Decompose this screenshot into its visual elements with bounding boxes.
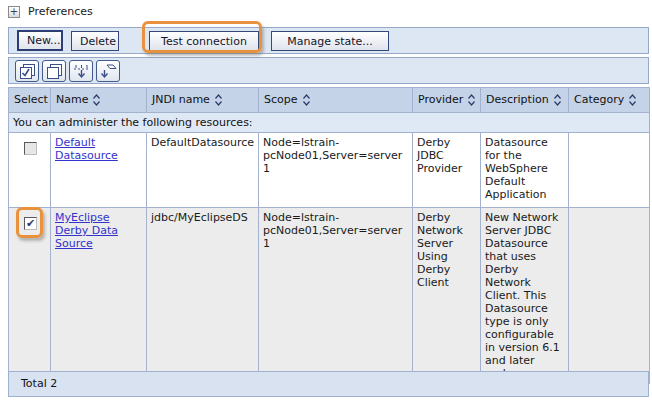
clear-filter-icon[interactable] [96, 60, 120, 82]
row-checkbox[interactable] [24, 142, 37, 155]
sort-toggle-icon[interactable] [214, 93, 223, 107]
cell-provider: Derby JDBC Provider [413, 133, 481, 208]
cell-description: New Network Server JDBC Datasource that … [481, 208, 569, 384]
preferences-label: Preferences [28, 5, 93, 18]
cell-name: MyEclipse Derby Data Source [51, 208, 147, 384]
sort-toggle-icon[interactable] [92, 93, 101, 107]
cell-select: ✔ [9, 208, 51, 384]
cell-description: Datasource for the WebSphere Default App… [481, 133, 569, 208]
select-all-icon[interactable] [15, 60, 39, 82]
expand-plus-icon[interactable]: + [8, 6, 20, 18]
table-row: Default Datasource DefaultDatasource Nod… [9, 133, 650, 208]
sort-toggle-icon[interactable] [628, 93, 637, 107]
action-button-toolbar: New... Delete Test connection Manage sta… [8, 27, 649, 54]
table-caption: You can administer the following resourc… [9, 113, 650, 133]
datasources-preferences-panel: + Preferences New... Delete Test connect… [0, 0, 652, 402]
cell-name: Default Datasource [51, 133, 147, 208]
new-button[interactable]: New... [17, 30, 63, 51]
table-row: ✔ MyEclipse Derby Data Source jdbc/MyEcl… [9, 208, 650, 384]
column-header-provider: Provider [413, 88, 481, 113]
column-label: JNDI name [152, 93, 210, 106]
delete-button[interactable]: Delete [71, 31, 119, 51]
column-header-description: Description [481, 88, 569, 113]
manage-state-button[interactable]: Manage state... [271, 31, 389, 51]
cell-select [9, 133, 51, 208]
table-footer: Total 2 [8, 371, 649, 397]
datasource-link[interactable]: MyEclipse Derby Data Source [55, 211, 118, 250]
column-label: Scope [264, 93, 298, 106]
sort-toggle-icon[interactable] [467, 93, 476, 107]
table-icon-toolbar [8, 57, 649, 84]
cell-scope: Node=lstrain-pcNode01,Server=server1 [259, 133, 413, 208]
cell-jndi-name: DefaultDatasource [147, 133, 259, 208]
column-label: Name [56, 93, 88, 106]
column-label: Category [574, 93, 624, 106]
column-header-jndi-name: JNDI name [147, 88, 259, 113]
cell-provider: Derby Network Server Using Derby Client [413, 208, 481, 384]
sort-toggle-icon[interactable] [302, 93, 311, 107]
column-label: Provider [418, 93, 463, 106]
show-filter-row-icon[interactable] [69, 60, 93, 82]
datasource-link[interactable]: Default Datasource [55, 136, 118, 162]
row-checkbox[interactable]: ✔ [24, 217, 37, 230]
cell-scope: Node=lstrain-pcNode01,Server=server1 [259, 208, 413, 384]
sort-toggle-icon[interactable] [553, 93, 562, 107]
column-label: Select [14, 93, 48, 106]
column-header-select: Select [9, 88, 51, 113]
test-connection-button[interactable]: Test connection [149, 31, 259, 51]
table-header-row: Select Name JNDI name Scope Provider Des… [9, 88, 650, 113]
table-caption-row: You can administer the following resourc… [9, 113, 650, 133]
cell-jndi-name: jdbc/MyEclipseDS [147, 208, 259, 384]
cell-category [569, 133, 650, 208]
cell-category [569, 208, 650, 384]
deselect-all-icon[interactable] [42, 60, 66, 82]
preferences-toggle[interactable]: + Preferences [8, 5, 93, 18]
total-count-label: Total 2 [21, 377, 57, 390]
datasources-table: Select Name JNDI name Scope Provider Des… [8, 87, 650, 384]
column-label: Description [486, 93, 549, 106]
column-header-scope: Scope [259, 88, 413, 113]
column-header-name: Name [51, 88, 147, 113]
column-header-category: Category [569, 88, 650, 113]
